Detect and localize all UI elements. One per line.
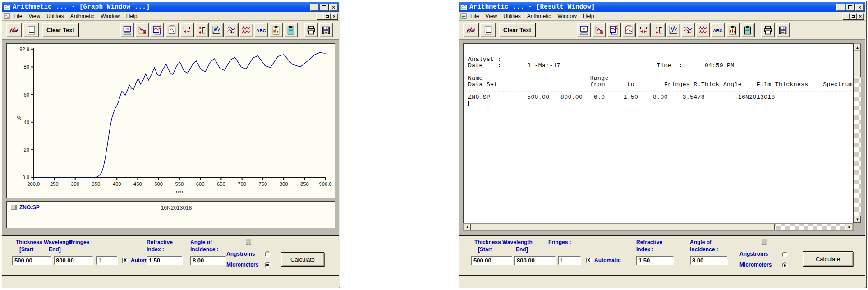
refractive-index-input[interactable] [147, 256, 183, 265]
child-minimize-button[interactable] [316, 13, 323, 19]
menu-utilities[interactable]: Utilities [46, 13, 64, 19]
start-wavelength-input[interactable] [12, 256, 52, 265]
calculate-button[interactable]: Calculate [803, 251, 853, 267]
new-graph-button[interactable] [23, 23, 39, 37]
horizontal-scrollbar[interactable]: ◄ ► [463, 223, 854, 231]
expand-y-button[interactable] [195, 23, 208, 37]
child-close-button[interactable]: × [331, 13, 338, 19]
parameters-panel: Thickness Wavelength Fringes : [Start En… [2, 235, 339, 276]
peak-pick-button[interactable] [210, 23, 223, 37]
scroll-left-button[interactable]: ◄ [464, 224, 471, 230]
automatic-checkbox[interactable]: X [586, 258, 592, 263]
refractive-index-label: Refractive [147, 239, 173, 245]
abc-label-button[interactable]: ABC [254, 23, 268, 37]
multi-spectra-button[interactable] [239, 23, 253, 37]
menu-help[interactable]: Help [583, 13, 594, 19]
print-button[interactable] [304, 23, 318, 37]
expand-x-button[interactable] [637, 23, 650, 37]
automatic-checkbox[interactable]: X [122, 258, 128, 263]
x-tick-label: 350 [92, 181, 101, 187]
copy-spectrum-button[interactable] [607, 23, 620, 37]
minimize-button[interactable] [836, 4, 845, 11]
arrange-curves-button[interactable] [225, 23, 238, 37]
x-tick-label: 300 [71, 181, 79, 187]
result-text-area[interactable]: Analyst : Date : 31-Mar-17 Time : 04:59 … [463, 43, 854, 223]
child-close-button[interactable]: × [857, 13, 864, 19]
scroll-up-button[interactable]: ▲ [854, 44, 861, 51]
close-button[interactable]: × [329, 4, 338, 11]
menu-utilities[interactable]: Utilities [503, 13, 521, 19]
refractive-index-label2: Index : [636, 246, 654, 253]
end-wavelength-input[interactable] [514, 256, 556, 265]
graph-cursor-button[interactable] [135, 23, 149, 37]
menu-help[interactable]: Help [126, 13, 138, 19]
end-wavelength-input[interactable] [54, 256, 93, 265]
menu-file[interactable]: File [14, 13, 22, 19]
minimize-button[interactable] [310, 4, 319, 11]
print-button[interactable] [761, 23, 775, 37]
maximize-button[interactable] [846, 4, 854, 11]
menu-view[interactable]: View [485, 13, 497, 19]
calculate-button[interactable]: Calculate [281, 252, 324, 267]
menu-file[interactable]: File [470, 13, 479, 19]
child-restore-button[interactable] [850, 13, 857, 19]
menu-window[interactable]: Window [557, 13, 577, 19]
angle-of-incidence-input[interactable] [690, 256, 728, 265]
new-graph-button[interactable] [480, 23, 496, 37]
angle-of-incidence-input[interactable] [190, 256, 226, 265]
spectra-display-button[interactable] [6, 23, 22, 37]
save-button[interactable] [319, 23, 333, 37]
x-tick-label: 700 [238, 181, 246, 187]
start-wavelength-input[interactable] [471, 256, 513, 265]
micrometers-radio[interactable] [782, 262, 788, 268]
menu-arithmetic[interactable]: Arithmetic [70, 13, 94, 19]
angstroms-radio[interactable] [265, 251, 271, 257]
start-label: [Start [19, 246, 33, 253]
expand-y-button[interactable] [652, 23, 665, 37]
status-bar [459, 276, 865, 288]
title-bar[interactable]: Arithmetic ... - [Result Window] × [459, 2, 865, 12]
horizontal-scroll-thumb[interactable] [471, 224, 775, 230]
clipboard-text-button[interactable] [741, 23, 754, 37]
child-minimize-button[interactable] [842, 13, 850, 19]
close-button[interactable]: × [855, 4, 864, 11]
status-bar [2, 276, 339, 288]
end-label: End] [516, 246, 528, 253]
vertical-scroll-thumb[interactable] [854, 51, 861, 77]
scroll-down-button[interactable]: ▼ [854, 216, 861, 223]
clear-text-button[interactable]: Clear Text [42, 23, 79, 37]
spectrum-file-link[interactable]: ZNO.SP [19, 204, 40, 211]
monitor-display-button[interactable]: m [120, 23, 134, 37]
abc-label-button[interactable]: ABC [711, 23, 725, 37]
clipboard-text-button[interactable] [284, 23, 298, 37]
monitor-display-button[interactable]: m [577, 23, 591, 37]
spectra-display-button[interactable] [463, 23, 478, 37]
legend-chip-icon[interactable] [10, 205, 17, 210]
menu-arithmetic[interactable]: Arithmetic [527, 13, 551, 19]
rescale-graph-button[interactable] [165, 23, 179, 37]
fringes-input[interactable] [96, 256, 118, 265]
menu-items: FileViewUtilitiesArithmeticWindowHelp [10, 13, 141, 19]
angstroms-radio[interactable] [782, 252, 788, 258]
maximize-button[interactable] [320, 4, 328, 11]
child-restore-button[interactable] [323, 13, 331, 19]
fringes-input[interactable] [558, 256, 581, 265]
scroll-right-button[interactable]: ► [846, 224, 853, 230]
menu-view[interactable]: View [28, 13, 40, 19]
graph-cursor-button[interactable] [592, 23, 606, 37]
micrometers-radio[interactable] [265, 262, 271, 268]
clear-text-button[interactable]: Clear Text [499, 23, 536, 37]
rescale-graph-button[interactable] [622, 23, 635, 37]
arrange-curves-button[interactable] [681, 23, 695, 37]
vertical-scrollbar[interactable]: ▲ ▼ [854, 43, 861, 223]
copy-spectrum-button[interactable] [150, 23, 164, 37]
peak-pick-button[interactable] [666, 23, 680, 37]
multi-spectra-button[interactable] [696, 23, 710, 37]
menu-window[interactable]: Window [101, 13, 120, 19]
clipboard-graph-button[interactable] [726, 23, 739, 37]
expand-x-button[interactable] [180, 23, 193, 37]
title-bar[interactable]: Arithmetic ... - [Graph Window ...] × [2, 2, 339, 12]
clipboard-graph-button[interactable] [269, 23, 283, 37]
refractive-index-input[interactable] [636, 256, 674, 265]
save-button[interactable] [776, 23, 790, 37]
